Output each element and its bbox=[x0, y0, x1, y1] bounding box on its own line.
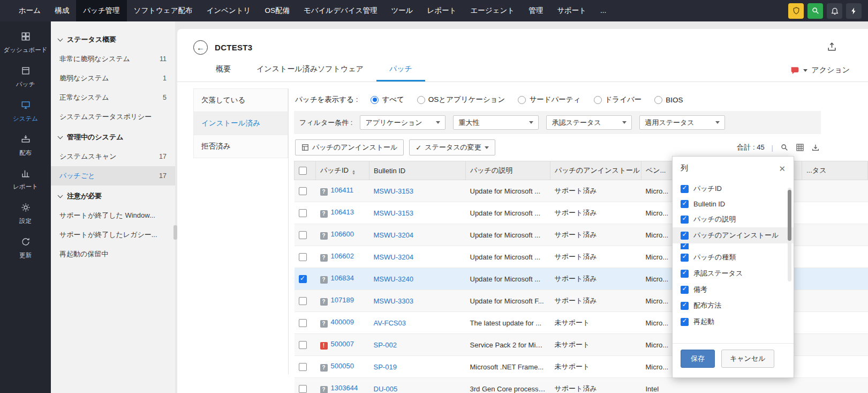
subnav-installed[interactable]: インストール済み bbox=[193, 112, 288, 135]
column-item-reboot[interactable]: 再起動 bbox=[673, 314, 794, 330]
export-upload-icon[interactable] bbox=[827, 42, 837, 54]
cancel-button[interactable]: キャンセル bbox=[721, 350, 774, 368]
sidebar-item-healthy[interactable]: 正常なシステム 5 bbox=[51, 88, 175, 107]
patch-id-link[interactable]: 106413 bbox=[331, 208, 354, 216]
nav-inventory[interactable]: インベントリ bbox=[200, 0, 258, 21]
radio-bios[interactable]: BIOS bbox=[654, 96, 683, 104]
nav-software-deployment[interactable]: ソフトウェア配布 bbox=[127, 0, 200, 21]
actions-menu[interactable]: アクション bbox=[790, 59, 868, 81]
search-icon[interactable] bbox=[807, 3, 823, 19]
nav-patch-management[interactable]: パッチ管理 bbox=[76, 0, 126, 21]
row-checkbox[interactable] bbox=[299, 275, 307, 283]
bulletin-id-link[interactable]: MSWU-3240 bbox=[374, 275, 413, 283]
column-checkbox[interactable] bbox=[681, 185, 689, 193]
filter-application-select[interactable]: アプリケーション bbox=[360, 115, 446, 130]
sidebar-item-status-policy[interactable]: システムステータスポリシー bbox=[51, 107, 175, 127]
row-checkbox[interactable] bbox=[299, 253, 307, 261]
patch-id-link[interactable]: 106411 bbox=[331, 186, 353, 194]
bulletin-id-link[interactable]: SP-019 bbox=[374, 363, 397, 371]
nav-home[interactable]: ホーム bbox=[12, 0, 48, 21]
change-status-button[interactable]: ✓ ステータスの変更 bbox=[409, 139, 495, 155]
nav-reports[interactable]: レポート bbox=[420, 0, 464, 21]
sidebar-item-system-scan[interactable]: システムスキャン 17 bbox=[51, 147, 175, 166]
column-header-uninstall[interactable]: パッチのアンインストール bbox=[550, 161, 641, 180]
tab-summary[interactable]: 概要 bbox=[203, 59, 244, 81]
column-item-description[interactable]: パッチの説明 bbox=[673, 211, 794, 227]
column-checkbox[interactable] bbox=[681, 216, 689, 224]
sidebar-item-highly-vulnerable[interactable]: 非常に脆弱なシステム 11 bbox=[51, 49, 175, 69]
flash-icon[interactable] bbox=[846, 3, 862, 19]
bulletin-id-link[interactable]: MSWU-3153 bbox=[374, 209, 413, 217]
section-managed-systems[interactable]: 管理中のシステム bbox=[51, 127, 175, 147]
row-checkbox[interactable] bbox=[299, 363, 307, 371]
bulletin-id-link[interactable]: AV-FCS03 bbox=[374, 319, 406, 327]
bulletin-id-link[interactable]: MSWU-3204 bbox=[374, 231, 413, 239]
column-header-status[interactable]: ...タス bbox=[802, 161, 868, 180]
column-checkbox[interactable] bbox=[681, 200, 689, 208]
subnav-missing[interactable]: 欠落している bbox=[193, 88, 288, 112]
column-checkbox[interactable] bbox=[681, 232, 689, 240]
row-checkbox[interactable] bbox=[299, 187, 307, 195]
tab-installed-software[interactable]: インストール済みソフトウェア bbox=[244, 59, 376, 81]
column-checkbox[interactable] bbox=[681, 302, 689, 310]
column-checkbox[interactable] bbox=[681, 254, 689, 262]
close-icon[interactable]: ✕ bbox=[779, 165, 786, 173]
patch-id-link[interactable]: 106602 bbox=[331, 252, 354, 260]
radio-all[interactable]: すべて bbox=[371, 95, 404, 105]
popup-scrollbar-thumb[interactable] bbox=[788, 190, 791, 241]
row-checkbox[interactable] bbox=[299, 385, 307, 393]
column-item-remarks[interactable]: 備考 bbox=[673, 281, 794, 298]
bulletin-id-link[interactable]: SP-002 bbox=[374, 341, 397, 349]
bulletin-id-link[interactable]: MSWU-3303 bbox=[374, 297, 413, 305]
patch-id-link[interactable]: 106834 bbox=[331, 274, 354, 282]
row-checkbox[interactable] bbox=[299, 319, 307, 327]
table-search-icon[interactable] bbox=[780, 143, 789, 152]
column-item-bulletin-id[interactable]: Bulletin ID bbox=[673, 197, 794, 211]
sidebar-item-eos-windows[interactable]: サポートが終了した Window... bbox=[51, 206, 175, 225]
column-header-description[interactable]: パッチの説明 bbox=[466, 161, 550, 180]
nav-os-deployment[interactable]: OS配備 bbox=[258, 0, 297, 21]
select-all-checkbox[interactable] bbox=[299, 167, 307, 175]
rail-item-dashboard[interactable]: ダッシュボード bbox=[0, 26, 51, 60]
tab-patches[interactable]: パッチ bbox=[376, 59, 425, 81]
row-checkbox[interactable] bbox=[299, 231, 307, 239]
bulletin-id-link[interactable]: MSWU-3153 bbox=[374, 187, 413, 195]
section-status-overview[interactable]: ステータス概要 bbox=[51, 29, 175, 49]
patch-id-link[interactable]: 500050 bbox=[331, 362, 354, 370]
uninstall-patch-button[interactable]: パッチのアンインストール bbox=[295, 139, 404, 155]
column-chooser-icon[interactable] bbox=[796, 143, 804, 152]
rail-item-reports[interactable]: レポート bbox=[0, 162, 51, 197]
patch-id-link[interactable]: 500007 bbox=[331, 340, 354, 348]
nav-configuration[interactable]: 構成 bbox=[48, 0, 76, 21]
sidebar-item-by-patch[interactable]: パッチごと 17 bbox=[51, 166, 175, 186]
patch-id-link[interactable]: 107189 bbox=[331, 296, 354, 304]
sidebar-item-reboot-pending[interactable]: 再起動の保留中 bbox=[51, 244, 175, 264]
rail-item-deployment[interactable]: 配布 bbox=[0, 128, 51, 162]
row-checkbox[interactable] bbox=[299, 297, 307, 305]
nav-mdm[interactable]: モバイルデバイス管理 bbox=[297, 0, 384, 21]
column-header-patch-id[interactable]: パッチID▲▼ bbox=[316, 161, 369, 180]
nav-more[interactable]: ... bbox=[593, 0, 613, 21]
radio-os-apps[interactable]: OSとアプリケーション bbox=[417, 95, 505, 105]
patch-id-link[interactable]: 106600 bbox=[331, 230, 354, 238]
nav-support[interactable]: サポート bbox=[550, 0, 593, 21]
radio-third-party[interactable]: サードパーティ bbox=[518, 95, 580, 105]
security-shield-icon[interactable] bbox=[788, 3, 804, 19]
column-item-uninstall[interactable]: パッチのアンインストール bbox=[673, 227, 794, 243]
row-checkbox[interactable] bbox=[299, 341, 307, 349]
filter-apply-status-select[interactable]: 適用ステータス bbox=[639, 115, 725, 130]
back-button[interactable]: ← bbox=[193, 40, 208, 55]
sidebar-item-eos-legacy[interactable]: サポートが終了したレガシー... bbox=[51, 225, 175, 244]
bulletin-id-link[interactable]: DU-005 bbox=[374, 385, 398, 393]
column-item-patch-id[interactable]: パッチID bbox=[673, 181, 794, 197]
nav-tools[interactable]: ツール bbox=[384, 0, 420, 21]
subnav-declined[interactable]: 拒否済み bbox=[193, 135, 288, 158]
column-checkbox[interactable] bbox=[681, 270, 689, 278]
rail-item-settings[interactable]: 設定 bbox=[0, 197, 51, 231]
nav-admin[interactable]: 管理 bbox=[522, 0, 550, 21]
notifications-bell-icon[interactable] bbox=[827, 3, 842, 19]
filter-approval-status-select[interactable]: 承認ステータス bbox=[546, 115, 632, 130]
sidebar-item-vulnerable[interactable]: 脆弱なシステム 1 bbox=[51, 69, 175, 88]
save-button[interactable]: 保存 bbox=[681, 350, 715, 368]
rail-item-systems[interactable]: システム bbox=[0, 94, 51, 129]
